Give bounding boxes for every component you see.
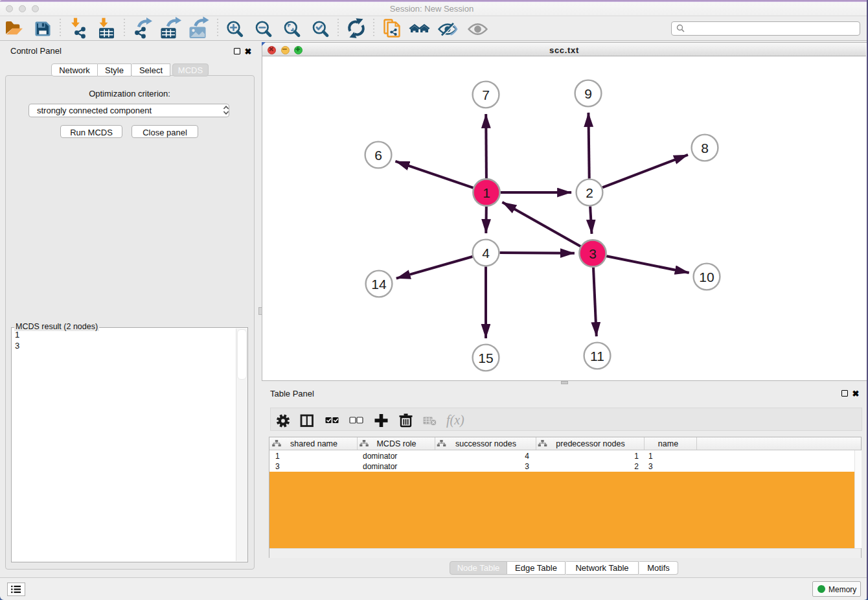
svg-text:4: 4 — [482, 246, 490, 260]
svg-text:11: 11 — [590, 349, 604, 363]
svg-text:6: 6 — [374, 148, 382, 163]
svg-text:3: 3 — [589, 246, 597, 261]
svg-text:f(x): f(x) — [446, 413, 464, 428]
svg-text:15: 15 — [478, 351, 493, 365]
svg-text:7: 7 — [482, 87, 490, 102]
svg-text:9: 9 — [584, 86, 592, 101]
svg-text:2: 2 — [586, 185, 593, 200]
svg-text:8: 8 — [701, 141, 709, 156]
svg-text:1: 1 — [483, 185, 490, 200]
svg-text:14: 14 — [371, 277, 387, 292]
svg-text:10: 10 — [699, 270, 714, 284]
